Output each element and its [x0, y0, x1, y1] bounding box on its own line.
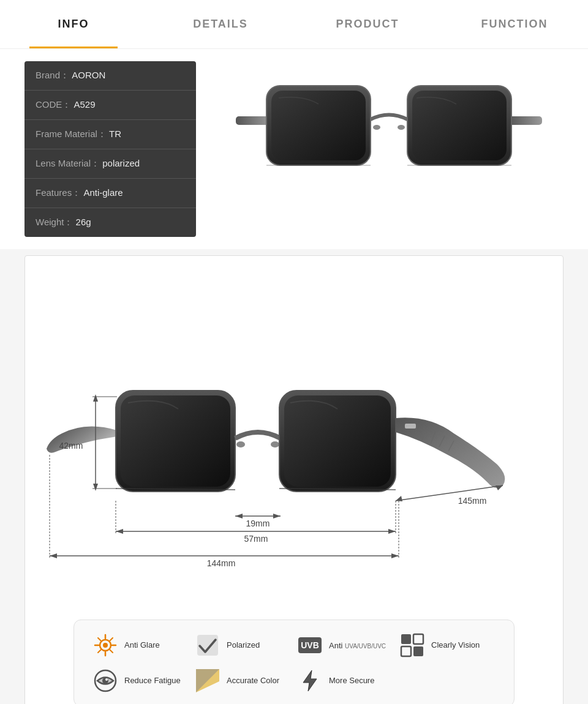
glasses-front-image	[214, 61, 564, 196]
svg-rect-63	[401, 634, 411, 644]
bolt-icon	[297, 668, 323, 694]
svg-line-56	[98, 638, 101, 641]
svg-text:144mm: 144mm	[207, 558, 236, 568]
svg-point-6	[373, 125, 380, 130]
svg-text:145mm: 145mm	[458, 496, 487, 506]
more-secure-label: More Secure	[329, 676, 374, 686]
svg-rect-11	[121, 395, 230, 487]
eye-icon	[92, 668, 118, 694]
color-icon	[195, 668, 221, 694]
svg-rect-66	[413, 646, 423, 656]
check-icon	[195, 632, 221, 658]
nav-item-details[interactable]: DETAILS	[147, 0, 294, 48]
svg-point-12	[236, 441, 245, 447]
svg-text:UVB: UVB	[301, 640, 319, 650]
svg-marker-27	[93, 394, 98, 402]
polarized-label: Polarized	[227, 640, 260, 651]
feature-clearly-vision: Clearly Vision	[399, 632, 496, 658]
anti-glare-label: Anti Glare	[124, 640, 160, 651]
reduce-fatigue-label: Reduce Fatigue	[124, 676, 181, 686]
features-box: Anti Glare Polarized UVB Anti UVA/UVB/UV…	[74, 620, 514, 704]
info-row-features: Features： Anti-glare	[24, 179, 196, 208]
svg-marker-42	[391, 553, 399, 558]
svg-text:57mm: 57mm	[244, 534, 268, 544]
svg-marker-48	[396, 496, 402, 501]
feature-anti-glare: Anti Glare	[92, 632, 189, 658]
feature-polarized: Polarized	[195, 632, 291, 658]
feature-more-secure: More Secure	[297, 668, 393, 694]
svg-marker-47	[496, 485, 503, 490]
svg-point-13	[271, 441, 279, 447]
dimension-svg: 42mm 19mm 57mm 144mm 145mm	[37, 274, 570, 599]
nav-item-function[interactable]: FUNCTION	[441, 0, 588, 48]
svg-rect-0	[236, 116, 270, 125]
svg-rect-21	[405, 424, 416, 429]
svg-point-51	[103, 643, 108, 648]
feature-reduce-fatigue: Reduce Fatigue	[92, 668, 189, 694]
svg-rect-3	[271, 91, 366, 160]
info-row-brand: Brand： AORON	[24, 61, 196, 91]
svg-line-57	[110, 650, 113, 653]
feature-anti-uv: UVB Anti UVA/UVB/UVC	[297, 632, 393, 658]
navigation-bar: INFO DETAILS PRODUCT FUNCTION	[0, 0, 588, 49]
grid-icon	[399, 632, 425, 658]
svg-text:42mm: 42mm	[59, 441, 83, 451]
svg-rect-5	[412, 91, 507, 160]
svg-text:19mm: 19mm	[246, 519, 270, 528]
svg-rect-15	[284, 395, 391, 487]
svg-line-46	[396, 485, 503, 501]
info-row-code: CODE： A529	[24, 91, 196, 120]
svg-point-68	[102, 678, 108, 684]
svg-line-59	[98, 650, 101, 653]
svg-marker-31	[235, 514, 243, 519]
svg-point-69	[105, 678, 108, 681]
glasses-front-svg	[230, 61, 548, 196]
accurate-color-label: Accurate Color	[227, 676, 279, 686]
info-section: Brand： AORON CODE： A529 Frame Material： …	[0, 49, 588, 249]
svg-marker-41	[50, 553, 57, 558]
info-table: Brand： AORON CODE： A529 Frame Material： …	[24, 61, 196, 237]
info-row-weight: Weight： 26g	[24, 208, 196, 237]
svg-marker-28	[93, 484, 98, 491]
svg-rect-64	[413, 634, 423, 644]
sun-icon	[92, 632, 118, 658]
svg-marker-35	[116, 529, 123, 534]
svg-marker-32	[273, 514, 281, 519]
anti-uv-label: Anti UVA/UVB/UVC	[329, 641, 386, 650]
nav-item-product[interactable]: PRODUCT	[294, 0, 441, 48]
nav-item-info[interactable]: INFO	[0, 0, 147, 48]
svg-point-7	[398, 125, 405, 130]
svg-rect-65	[401, 646, 411, 656]
svg-marker-70	[303, 670, 317, 691]
info-row-frame: Frame Material： TR	[24, 120, 196, 149]
info-row-lens: Lens Material： polarized	[24, 149, 196, 179]
clearly-vision-label: Clearly Vision	[431, 640, 480, 651]
feature-accurate-color: Accurate Color	[195, 668, 291, 694]
svg-rect-1	[508, 116, 542, 125]
uvb-icon: UVB	[297, 632, 323, 658]
dimension-section: 42mm 19mm 57mm 144mm 145mm	[24, 255, 564, 704]
svg-marker-36	[388, 529, 396, 534]
svg-line-58	[110, 638, 113, 641]
